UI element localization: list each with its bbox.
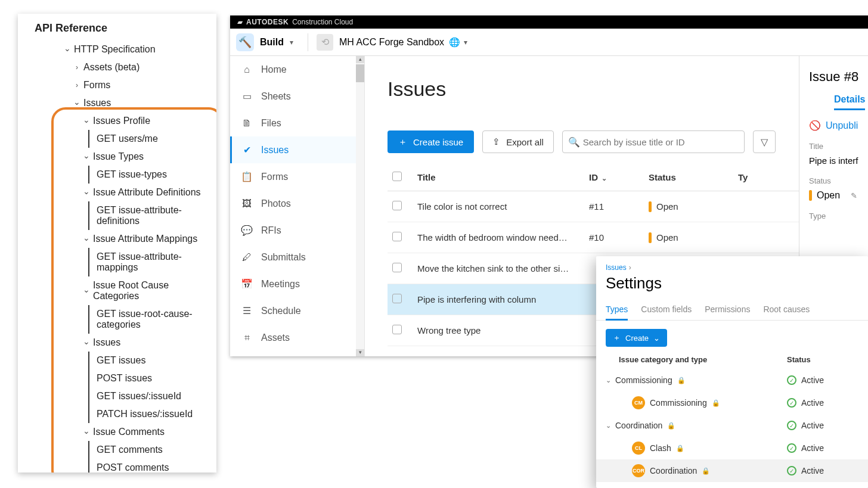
tree-root-cause[interactable]: Issue Root Cause Categories [18,276,216,305]
tab-types[interactable]: Types [606,300,628,321]
tree-issues[interactable]: Issues [18,94,216,112]
tree-http-spec[interactable]: HTTP Specification [18,41,216,58]
category-row[interactable]: ⌄ Design🔒 ✓Active [596,482,868,488]
tab-permissions[interactable]: Permissions [705,300,750,320]
nav-forms[interactable]: 📋Forms [230,163,364,190]
endpoint-attr-def[interactable]: GET issue-attribute-definitions [89,201,216,230]
endpoint-attr-map[interactable]: GET issue-attribute-mappings [89,248,216,276]
tab-root-causes[interactable]: Root causes [763,300,810,320]
tree-issues-profile[interactable]: Issues Profile [18,112,216,130]
tab-custom-fields[interactable]: Custom fields [641,300,692,320]
type-row[interactable]: CLClash🔒 ✓Active [596,437,868,459]
select-all-checkbox[interactable] [392,172,402,181]
tree-forms[interactable]: Forms [18,76,216,94]
caret-down-icon [63,45,72,54]
type-row[interactable]: CMCommissioning🔒 ✓Active [596,391,868,414]
tab-details[interactable]: Details [834,94,865,110]
tree-issue-types[interactable]: Issue Types [18,148,216,166]
row-id: #10 [589,232,649,243]
create-type-button[interactable]: ＋Create⌄ [606,329,667,347]
row-title: Tile color is not correct [417,201,589,212]
tree-attr-map[interactable]: Issue Attribute Mappings [18,230,216,248]
caret-down-icon [82,338,91,347]
category-row[interactable]: ⌄ Commissioning🔒 ✓Active [596,369,868,391]
search-input[interactable] [562,130,745,153]
col-type[interactable]: Ty [738,172,761,182]
scroll-down-icon[interactable]: ▾ [356,349,364,356]
type-badge: CM [632,396,645,409]
scroll-up-icon[interactable]: ▴ [356,56,364,63]
scrollbar[interactable]: ▴ ▾ [356,56,364,356]
tree-leaf-group: GET comments POST comments [88,441,216,473]
scroll-thumb[interactable] [356,64,364,82]
search-icon: 🔍 [568,136,580,148]
col-category: Issue category and type [606,355,787,364]
autodesk-logo-icon: ▰ [237,18,243,26]
endpoint-post-comments[interactable]: POST comments [89,459,216,473]
nav-submittals[interactable]: 🖊Submittals [230,244,364,271]
chevron-down-icon: ⌄ [653,334,660,343]
page-title: Issues [388,77,446,101]
table-row[interactable]: The width of bedroom window need… #10 Op… [388,222,868,253]
nav-meetings[interactable]: 📅Meetings [230,271,364,297]
field-label-type: Type [809,212,868,220]
expand-icon[interactable]: ⌄ [606,377,615,384]
type-row[interactable]: CORCoordination🔒 ✓Active [596,459,868,482]
col-id[interactable]: ID⌄ [589,172,649,182]
module-switcher[interactable]: 🔨 Build ▾ [230,33,299,51]
row-checkbox[interactable] [392,263,402,272]
endpoint-get-issue-id[interactable]: GET issues/:issueId [89,387,216,405]
caret-down-icon[interactable]: ▾ [464,38,467,46]
api-reference-panel: API Reference HTTP Specification Assets … [18,14,216,473]
endpoint-patch-issue-id[interactable]: PATCH issues/:issueId [89,405,216,423]
tree-attr-def[interactable]: Issue Attribute Definitions [18,184,216,201]
caret-right-icon [73,81,81,89]
tree-comments[interactable]: Issue Comments [18,423,216,441]
nav-issues[interactable]: ✔Issues [230,136,364,163]
tree-assets[interactable]: Assets (beta) [18,58,216,76]
col-title[interactable]: Title [417,172,589,182]
plus-icon: ＋ [613,332,621,343]
field-value-status[interactable]: Open✎ [809,190,868,201]
endpoint-users-me[interactable]: GET users/me [89,130,216,148]
back-button[interactable]: ⟲ [317,34,333,51]
type-badge: CL [632,442,645,455]
endpoint-root-cause[interactable]: GET issue-root-cause-categories [89,305,216,334]
nav-rfis[interactable]: 💬RFIs [230,217,364,244]
nav-sheets[interactable]: ▭Sheets [230,83,364,110]
row-checkbox[interactable] [392,325,402,334]
endpoint-get-comments[interactable]: GET comments [89,441,216,459]
caret-down-icon [82,152,91,161]
nav-schedule[interactable]: ☰Schedule [230,297,364,324]
edit-icon[interactable]: ✎ [851,191,857,200]
tree-leaf-group: GET issue-attribute-mappings [88,248,216,276]
export-all-button[interactable]: ⇪Export all [482,130,554,153]
photos-icon: 🖼 [241,198,253,209]
create-issue-button[interactable]: ＋Create issue [388,130,474,153]
filter-button[interactable]: ▽ [753,130,776,153]
row-checkbox[interactable] [392,201,402,210]
nav-home[interactable]: ⌂Home [230,56,364,83]
filter-icon: ▽ [761,136,768,148]
active-check-icon: ✓ [787,375,796,385]
row-checkbox[interactable] [392,294,402,303]
tree-leaf-group: GET users/me [88,130,216,148]
tree-issues-group[interactable]: Issues [18,334,216,352]
endpoint-post-issues[interactable]: POST issues [89,369,216,387]
endpoint-issue-types[interactable]: GET issue-types [89,166,216,184]
nav-assets[interactable]: ⌗Assets [230,324,364,351]
row-status: Open [649,201,738,212]
category-row[interactable]: ⌄ Coordination🔒 ✓Active [596,414,868,437]
endpoint-get-issues[interactable]: GET issues [89,352,216,369]
row-checkbox[interactable] [392,232,402,241]
sheets-icon: ▭ [241,91,253,102]
breadcrumb[interactable]: Issues› [596,256,868,272]
api-tree: HTTP Specification Assets (beta) Forms I… [18,41,216,473]
nav-photos[interactable]: 🖼Photos [230,190,364,217]
col-status[interactable]: Status [649,172,738,182]
plus-icon: ＋ [398,136,407,148]
table-row[interactable]: Tile color is not correct #11 Open ⋮ [388,191,868,222]
caret-down-icon [82,188,91,197]
expand-icon[interactable]: ⌄ [606,422,615,430]
nav-files[interactable]: 🗎Files [230,110,364,136]
